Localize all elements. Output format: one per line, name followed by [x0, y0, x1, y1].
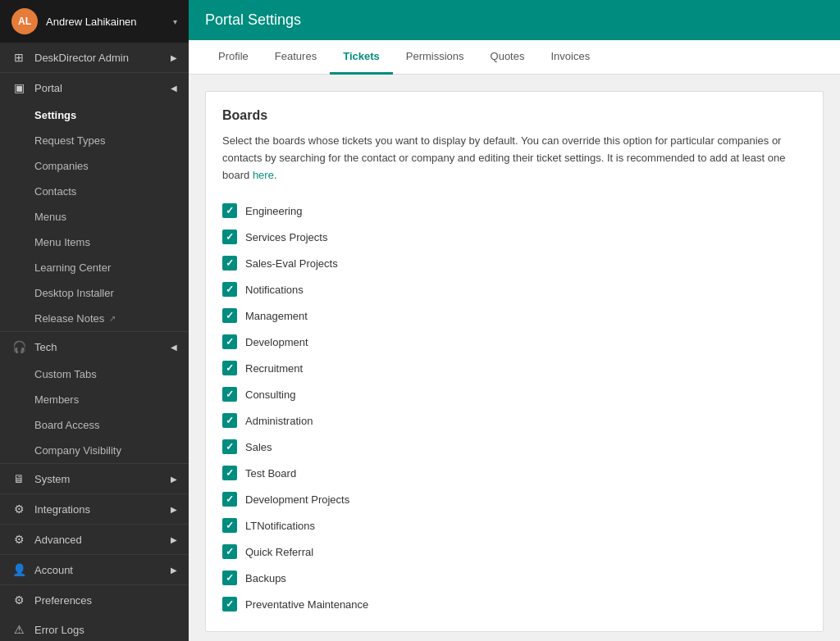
checkbox-ltnotifications[interactable] [222, 518, 237, 533]
board-label-engineering: Engineering [245, 205, 302, 217]
section-advanced: ⚙ Advanced ▶ [0, 525, 189, 555]
board-item[interactable]: Engineering [222, 200, 806, 221]
tab-features[interactable]: Features [262, 40, 330, 75]
sidebar-subitem-settings[interactable]: Settings [0, 102, 189, 128]
board-item[interactable]: Services Projects [222, 226, 806, 248]
checkbox-test-board[interactable] [222, 466, 237, 480]
sidebar-item-label: Error Logs [34, 624, 84, 636]
chevron-right-icon: ▶ [171, 535, 177, 544]
board-item[interactable]: Backups [222, 567, 806, 589]
board-item[interactable]: Sales-Eval Projects [222, 252, 806, 274]
checkbox-administration[interactable] [222, 413, 237, 428]
chevron-right-icon: ▶ [171, 475, 177, 484]
tab-tickets[interactable]: Tickets [330, 40, 393, 75]
board-item[interactable]: LTNotifications [222, 515, 806, 536]
checkbox-sales[interactable] [222, 439, 237, 454]
board-label-administration: Administration [245, 415, 313, 427]
checkbox-development[interactable] [222, 334, 237, 349]
board-item[interactable]: Quick Referral [222, 541, 806, 562]
checkbox-services-projects[interactable] [222, 230, 237, 244]
board-item[interactable]: Administration [222, 410, 806, 431]
tab-profile[interactable]: Profile [205, 40, 262, 75]
user-header[interactable]: AL Andrew Lahikainen ▾ [0, 0, 189, 43]
board-label-management: Management [245, 310, 308, 322]
sidebar-subitem-learning-center[interactable]: Learning Center [0, 255, 189, 280]
sidebar-item-label: DeskDirector Admin [34, 52, 129, 64]
board-item[interactable]: Development [222, 331, 806, 352]
section-account: 👤 Account ▶ [0, 555, 189, 585]
sidebar-item-integrations[interactable]: ⚙ Integrations ▶ [0, 494, 189, 524]
sidebar-item-system[interactable]: 🖥 System ▶ [0, 464, 189, 493]
sidebar-item-preferences[interactable]: ⚙ Preferences [0, 585, 189, 615]
board-label-test-board: Test Board [245, 467, 296, 480]
chevron-right-icon: ▶ [171, 505, 177, 514]
sidebar-subitem-request-types[interactable]: Request Types [0, 128, 189, 153]
board-label-sales: Sales [245, 441, 272, 453]
board-item[interactable]: Test Board [222, 462, 806, 484]
sidebar-subitem-menu-items[interactable]: Menu Items [0, 230, 189, 255]
sidebar-item-portal[interactable]: ▣ Portal ◀ [0, 73, 189, 102]
board-item[interactable]: Recruitment [222, 357, 806, 379]
checkbox-backups[interactable] [222, 571, 237, 585]
sidebar-item-label: System [34, 473, 70, 485]
board-item[interactable]: Sales [222, 436, 806, 457]
sidebar-subitem-members[interactable]: Members [0, 387, 189, 412]
sidebar-item-deskdirector-admin[interactable]: ⊞ DeskDirector Admin ▶ [0, 43, 189, 72]
board-item[interactable]: Development Projects [222, 489, 806, 510]
tab-invoices[interactable]: Invoices [537, 40, 603, 75]
gear-icon: ⚙ [11, 533, 26, 546]
chevron-down-icon: ◀ [171, 343, 177, 352]
sidebar-item-account[interactable]: 👤 Account ▶ [0, 555, 189, 584]
grid-icon: ⊞ [11, 51, 26, 64]
board-label-development-projects: Development Projects [245, 493, 349, 506]
main-content: Portal Settings Profile Features Tickets… [189, 0, 840, 641]
tab-quotes[interactable]: Quotes [477, 40, 538, 75]
board-label-quick-referral: Quick Referral [245, 546, 313, 558]
board-label-ltnotifications: LTNotifications [245, 520, 315, 532]
section-tech: 🎧 Tech ◀ Custom Tabs Members Board Acces… [0, 332, 189, 464]
board-item[interactable]: Notifications [222, 279, 806, 300]
chevron-right-icon: ▶ [171, 53, 177, 62]
section-title: Boards [222, 108, 806, 123]
here-link[interactable]: here [253, 169, 274, 181]
sidebar-subitem-custom-tabs[interactable]: Custom Tabs [0, 361, 189, 387]
sidebar-subitem-desktop-installer[interactable]: Desktop Installer [0, 280, 189, 306]
chevron-down-icon: ◀ [171, 84, 177, 93]
tab-permissions[interactable]: Permissions [393, 40, 477, 75]
checkbox-notifications[interactable] [222, 282, 237, 297]
user-icon: 👤 [11, 563, 26, 576]
avatar: AL [11, 8, 38, 34]
sidebar-item-label: Tech [34, 341, 57, 353]
sidebar-subitem-board-access[interactable]: Board Access [0, 412, 189, 438]
board-item[interactable]: Preventative Maintenance [222, 593, 806, 615]
sidebar-item-label: Advanced [34, 534, 82, 546]
section-description: Select the boards whose tickets you want… [222, 133, 806, 184]
sidebar-item-error-logs[interactable]: ⚠ Error Logs [0, 615, 189, 641]
checkbox-quick-referral[interactable] [222, 544, 237, 559]
section-integrations: ⚙ Integrations ▶ [0, 494, 189, 525]
page-title: Portal Settings [189, 0, 840, 40]
sidebar-subitem-companies[interactable]: Companies [0, 153, 189, 179]
sidebar-subitem-contacts[interactable]: Contacts [0, 179, 189, 204]
checkbox-engineering[interactable] [222, 203, 237, 218]
sidebar-item-tech[interactable]: 🎧 Tech ◀ [0, 332, 189, 361]
sidebar-subitem-release-notes[interactable]: Release Notes ↗ [0, 306, 189, 331]
board-item[interactable]: Consulting [222, 384, 806, 405]
sidebar-item-label: Account [34, 564, 73, 576]
checkbox-management[interactable] [222, 308, 237, 323]
sidebar-bottom: ⚙ Preferences ⚠ Error Logs [0, 585, 189, 641]
checkbox-recruitment[interactable] [222, 361, 237, 375]
board-item[interactable]: Management [222, 305, 806, 326]
sidebar-subitem-menus[interactable]: Menus [0, 204, 189, 230]
gear-icon: ⚙ [11, 593, 26, 607]
board-label-consulting: Consulting [245, 389, 295, 401]
sidebar-item-label: Portal [34, 82, 62, 94]
puzzle-icon: ⚙ [11, 502, 26, 516]
board-label-development: Development [245, 336, 308, 348]
checkbox-sales-eval-projects[interactable] [222, 256, 237, 270]
checkbox-development-projects[interactable] [222, 492, 237, 507]
checkbox-preventative-maintenance[interactable] [222, 597, 237, 611]
checkbox-consulting[interactable] [222, 387, 237, 402]
sidebar-item-advanced[interactable]: ⚙ Advanced ▶ [0, 525, 189, 554]
sidebar-subitem-company-visibility[interactable]: Company Visibility [0, 438, 189, 463]
